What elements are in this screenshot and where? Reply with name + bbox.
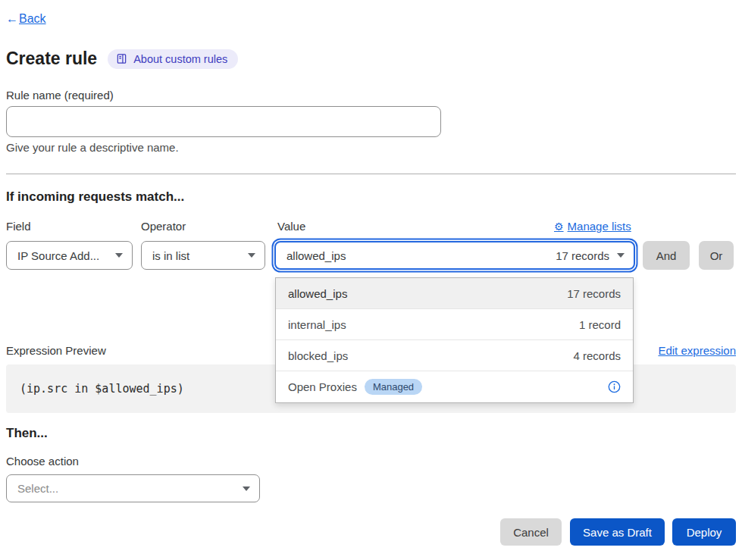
then-section-heading: Then... (6, 426, 48, 441)
deploy-button[interactable]: Deploy (672, 518, 736, 546)
list-item-blocked-ips[interactable]: blocked_ips 4 records (276, 340, 633, 371)
manage-lists-link[interactable]: ⚙Manage lists (554, 220, 631, 233)
list-item-open-proxies[interactable]: Open Proxies Managed (276, 371, 633, 402)
list-item-name: allowed_ips (288, 287, 347, 300)
rule-name-helper: Give your rule a descriptive name. (6, 141, 179, 154)
list-item-meta: 4 records (573, 349, 621, 362)
page-title: Create rule (6, 48, 97, 69)
list-item-allowed-ips[interactable]: allowed_ips 17 records (276, 278, 633, 309)
chevron-down-icon (248, 253, 255, 258)
about-badge-label: About custom rules (133, 53, 227, 65)
list-item-meta: 17 records (567, 287, 621, 300)
chevron-down-icon (617, 253, 625, 258)
section-divider (6, 174, 736, 174)
rule-name-label: Rule name (required) (6, 89, 114, 102)
choose-action-label: Choose action (6, 455, 79, 468)
and-button[interactable]: And (643, 241, 690, 270)
cancel-button[interactable]: Cancel (500, 518, 562, 546)
value-select[interactable]: allowed_ips 17 records (274, 241, 635, 270)
gear-icon: ⚙ (554, 221, 564, 233)
expression-preview-label: Expression Preview (6, 344, 106, 357)
page-header: Create rule About custom rules (6, 48, 238, 69)
value-select-meta: 17 records (556, 249, 609, 262)
about-custom-rules-badge[interactable]: About custom rules (108, 49, 238, 69)
back-arrow-icon: ← (6, 12, 18, 26)
field-select-value: IP Source Add... (17, 249, 108, 262)
list-item-name: blocked_ips (288, 349, 348, 362)
manage-lists-label: Manage lists (568, 220, 631, 233)
list-item-internal-ips[interactable]: internal_ips 1 record (276, 309, 633, 340)
field-label: Field (6, 220, 31, 233)
expression-code: (ip.src in $allowed_ips) (20, 382, 184, 396)
operator-select-value: is in list (152, 249, 240, 262)
create-rule-page: ←Back Create rule About custom rules Rul… (0, 0, 742, 560)
chevron-down-icon (115, 253, 123, 258)
rule-name-input[interactable] (6, 106, 441, 137)
back-link[interactable]: ←Back (6, 12, 46, 26)
action-select[interactable]: Select... (6, 474, 260, 502)
action-select-placeholder: Select... (17, 482, 235, 495)
chevron-down-icon (243, 486, 250, 491)
match-section-heading: If incoming requests match... (6, 189, 184, 205)
value-dropdown: allowed_ips 17 records internal_ips 1 re… (275, 277, 634, 403)
managed-badge: Managed (365, 379, 422, 395)
list-item-meta: 1 record (579, 318, 621, 331)
back-label: Back (19, 12, 46, 25)
operator-select[interactable]: is in list (141, 241, 265, 270)
value-select-value: allowed_ips (286, 249, 346, 262)
or-button[interactable]: Or (699, 241, 734, 270)
info-icon[interactable] (608, 380, 621, 393)
list-item-name: internal_ips (288, 318, 346, 331)
edit-expression-link[interactable]: Edit expression (658, 344, 736, 357)
operator-label: Operator (141, 220, 186, 233)
field-select[interactable]: IP Source Add... (6, 241, 133, 270)
save-as-draft-button[interactable]: Save as Draft (570, 518, 665, 546)
value-label: Value (277, 220, 305, 233)
list-item-name: Open Proxies (288, 380, 357, 393)
book-icon (116, 53, 127, 64)
